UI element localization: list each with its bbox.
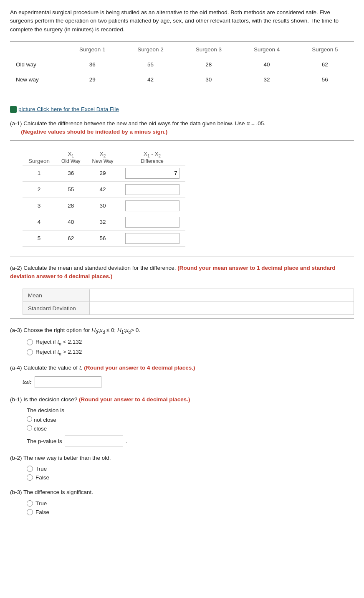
pvalue-input[interactable] <box>65 436 123 446</box>
b3-true-option[interactable]: True <box>27 500 354 507</box>
b3-false-text: False <box>35 509 49 515</box>
diff-col4-top: X1 - X2 <box>125 151 179 158</box>
a3-radio-2[interactable] <box>27 349 33 355</box>
new-way-s4: 32 <box>238 72 296 87</box>
diff-row-5: 56256 <box>23 230 185 246</box>
excel-link-text[interactable]: picture Click here for the Excel Data Fi… <box>18 106 119 112</box>
mean-input[interactable] <box>90 289 354 302</box>
b1-radio-close[interactable] <box>27 425 32 431</box>
b3-radio-group: True False <box>27 500 354 515</box>
diff-oldway-header: X1 Old Way <box>56 148 86 165</box>
mean-row: Mean <box>23 289 354 302</box>
section-b1: (b-1) Is the decision close? (Round your… <box>10 395 354 446</box>
b1-bold-red: (Round your answer to 4 decimal places.) <box>79 396 190 403</box>
diff-input-2[interactable] <box>125 184 179 195</box>
sd-input[interactable] <box>90 302 354 314</box>
b2-true-option[interactable]: True <box>27 466 354 472</box>
section-b2: (b-2) The new way is better than the old… <box>10 454 354 481</box>
a1-header: (a-1) Calculate the difference between t… <box>10 119 354 137</box>
diff-diff-cell-5 <box>119 230 185 246</box>
old-way-s5: 62 <box>296 57 354 72</box>
a3-header: (a-3) Choose the right option for H0:μd … <box>10 326 354 335</box>
diff-input-4[interactable] <box>125 217 179 228</box>
a3-radio-1[interactable] <box>27 339 33 345</box>
b3-label: (b-3) <box>10 489 22 495</box>
diff-col2-bot: Old Way <box>61 158 81 164</box>
a3-option-2-text: Reject if tα > 2.132 <box>35 349 82 356</box>
diff-diff-cell-4 <box>119 214 185 230</box>
diff-surgeon-1: 1 <box>23 165 56 181</box>
surgeon-table-wrapper: Surgeon 1 Surgeon 2 Surgeon 3 Surgeon 4 … <box>10 41 354 95</box>
diff-old-5: 62 <box>56 230 86 246</box>
new-way-s5: 56 <box>296 72 354 87</box>
a1-text: Calculate the difference between the new… <box>23 120 265 127</box>
section-a4: (a-4) Calculate the value of t. (Round y… <box>10 364 354 388</box>
diff-difference-header: X1 - X2 Difference <box>119 148 185 165</box>
tcalc-row: tcalc <box>23 376 354 388</box>
decision-label: The decision is <box>27 407 354 413</box>
diff-old-4: 40 <box>56 214 86 230</box>
mean-label: Mean <box>23 289 90 302</box>
pvalue-label: The p-value is <box>27 438 62 444</box>
b3-true-text: True <box>35 500 47 507</box>
b1-text: Is the decision close? <box>23 396 79 403</box>
b3-radio-false[interactable] <box>27 509 33 515</box>
b1-close-text: close <box>34 426 47 432</box>
old-way-s3: 28 <box>179 57 238 72</box>
old-way-s4: 40 <box>238 57 296 72</box>
old-way-s2: 55 <box>121 57 179 72</box>
b2-radio-true[interactable] <box>27 466 33 472</box>
mean-sd-wrapper: Mean Standard Deviation <box>10 285 354 319</box>
diff-row-1: 13629 <box>23 165 185 181</box>
a3-option-1-text: Reject if tα < 2.132 <box>35 339 82 346</box>
diff-old-1: 36 <box>56 165 86 181</box>
section-a1: (a-1) Calculate the difference between t… <box>10 119 354 256</box>
diff-header-row: Surgeon X1 Old Way X2 New Way X1 - X2 Di… <box>23 148 185 165</box>
b2-true-text: True <box>35 466 47 472</box>
excel-icon <box>10 106 17 113</box>
diff-surgeon-3: 3 <box>23 198 56 214</box>
diff-table-wrapper: Surgeon X1 Old Way X2 New Way X1 - X2 Di… <box>10 140 354 256</box>
a2-label: (a-2) <box>10 265 22 271</box>
sd-input-cell <box>90 302 354 314</box>
diff-old-3: 28 <box>56 198 86 214</box>
diff-col2-top: X1 <box>61 151 81 158</box>
diff-input-5[interactable] <box>125 233 179 244</box>
surgeon-table: Surgeon 1 Surgeon 2 Surgeon 3 Surgeon 4 … <box>10 42 354 87</box>
a2-header: (a-2) Calculate the mean and standard de… <box>10 264 354 281</box>
b2-false-option[interactable]: False <box>27 474 354 481</box>
diff-input-3[interactable] <box>125 200 179 211</box>
diff-newway-header: X2 New Way <box>86 148 119 165</box>
excel-link[interactable]: picture Click here for the Excel Data Fi… <box>10 106 354 113</box>
new-way-s2: 42 <box>121 72 179 87</box>
b1-radio-not-close[interactable] <box>27 416 32 422</box>
intro-text: An experimental surgical procedure is be… <box>10 8 354 34</box>
new-way-s3: 30 <box>179 72 238 87</box>
diff-new-5: 56 <box>86 230 119 246</box>
b1-close-option[interactable]: close <box>27 425 354 432</box>
old-way-s1: 36 <box>63 57 121 72</box>
a3-option-2[interactable]: Reject if tα > 2.132 <box>27 349 354 356</box>
b3-radio-true[interactable] <box>27 500 33 507</box>
mean-sd-inner: Mean Standard Deviation <box>23 289 354 315</box>
b1-not-close-option[interactable]: not close <box>27 416 354 423</box>
b2-false-text: False <box>35 474 49 481</box>
diff-new-3: 30 <box>86 198 119 214</box>
b1-header: (b-1) Is the decision close? (Round your… <box>10 395 354 404</box>
diff-new-1: 29 <box>86 165 119 181</box>
new-way-label: New way <box>10 72 63 87</box>
b3-false-option[interactable]: False <box>27 509 354 515</box>
a3-option-1[interactable]: Reject if tα < 2.132 <box>27 339 354 346</box>
b2-radio-false[interactable] <box>27 474 33 481</box>
mean-input-cell <box>90 289 354 302</box>
tcalc-input[interactable] <box>35 376 101 388</box>
b2-label: (b-2) <box>10 455 22 461</box>
section-b3: (b-3) The difference is significant. Tru… <box>10 488 354 515</box>
diff-col3-top: X2 <box>92 151 114 158</box>
surgeon-table-header-3: Surgeon 3 <box>179 42 238 57</box>
a4-label: (a-4) <box>10 365 22 371</box>
diff-input-1[interactable] <box>125 168 179 179</box>
section-a3: (a-3) Choose the right option for H0:μd … <box>10 326 354 356</box>
tcalc-label: tcalc <box>23 379 31 385</box>
sd-label: Standard Deviation <box>23 302 90 314</box>
